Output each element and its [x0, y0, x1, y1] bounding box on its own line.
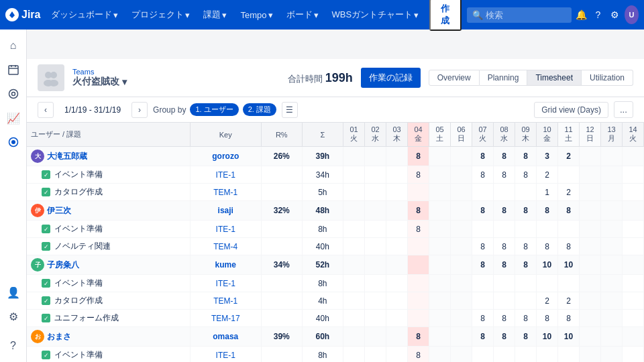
day-cell-4[interactable]	[429, 184, 451, 201]
day-cell-7[interactable]: 8	[494, 255, 515, 275]
day-cell-5[interactable]	[451, 238, 472, 255]
project-name-arrow[interactable]: ▾	[122, 76, 127, 87]
day-cell-3[interactable]	[408, 255, 429, 275]
day-cell-2[interactable]	[386, 275, 408, 292]
key-cell[interactable]: ITE-1	[190, 275, 261, 292]
day-cell-12[interactable]	[601, 201, 623, 221]
day-cell-0[interactable]	[343, 310, 365, 327]
day-cell-11[interactable]	[580, 275, 601, 292]
task-checkbox[interactable]: ✓	[42, 242, 50, 251]
app-logo[interactable]: Jira	[5, 8, 40, 21]
timesheet-table[interactable]: ユーザー / 課題 Key R% Σ 01火 02水 03木 04金 05土 0…	[27, 123, 644, 362]
day-cell-12[interactable]	[601, 275, 623, 292]
day-cell-9[interactable]	[537, 221, 558, 238]
day-cell-8[interactable]: 8	[515, 201, 537, 221]
day-cell-3[interactable]	[408, 184, 429, 201]
day-cell-4[interactable]	[429, 275, 451, 292]
day-cell-1[interactable]	[365, 166, 386, 184]
task-checkbox[interactable]: ✓	[42, 279, 50, 288]
day-cell-7[interactable]	[494, 347, 515, 363]
day-cell-7[interactable]: 8	[494, 147, 515, 166]
tab-utilization[interactable]: Utilization	[582, 70, 633, 86]
grid-view-button[interactable]: Grid view (Days)	[534, 102, 608, 118]
sidebar-network-icon[interactable]	[3, 131, 24, 153]
day-cell-10[interactable]	[558, 275, 580, 292]
day-cell-7[interactable]: 8	[494, 201, 515, 221]
sidebar-people-icon[interactable]: 👤	[3, 282, 24, 303]
day-cell-9[interactable]: 10	[537, 255, 558, 275]
sidebar-calendar-icon[interactable]	[3, 59, 24, 80]
day-cell-1[interactable]	[365, 147, 386, 166]
day-cell-11[interactable]	[580, 238, 601, 255]
day-cell-4[interactable]	[429, 201, 451, 221]
key-link[interactable]: ITE-1	[216, 279, 235, 288]
day-cell-7[interactable]: 8	[494, 238, 515, 255]
day-cell-13[interactable]	[623, 184, 644, 201]
day-cell-1[interactable]	[365, 221, 386, 238]
breadcrumb[interactable]: Teams	[72, 68, 280, 76]
day-cell-13[interactable]	[623, 255, 644, 275]
day-cell-12[interactable]	[601, 221, 623, 238]
key-cell[interactable]: omasa	[190, 327, 261, 347]
search-bar[interactable]: 🔍	[467, 7, 572, 23]
day-cell-12[interactable]	[601, 327, 623, 347]
day-cell-11[interactable]	[580, 184, 601, 201]
day-cell-7[interactable]: 8	[494, 166, 515, 184]
tab-overview[interactable]: Overview	[429, 70, 480, 86]
day-cell-8[interactable]: 8	[515, 238, 537, 255]
day-cell-4[interactable]	[429, 310, 451, 327]
user-name-text[interactable]: 子房粂八	[47, 259, 79, 271]
create-button[interactable]: 作成	[429, 0, 462, 31]
nav-projects[interactable]: プロジェクト ▾	[126, 6, 195, 23]
key-cell[interactable]: ITE-1	[190, 221, 261, 238]
day-cell-3[interactable]: 8	[408, 327, 429, 347]
day-cell-6[interactable]: 8	[472, 147, 494, 166]
nav-dashboard[interactable]: ダッシュボード ▾	[46, 6, 123, 23]
day-cell-9[interactable]: 10	[537, 327, 558, 347]
task-checkbox[interactable]: ✓	[42, 351, 50, 359]
filter-icon[interactable]: ☰	[282, 102, 298, 118]
user-name-text[interactable]: 大滝五郎蔵	[47, 151, 87, 162]
day-cell-6[interactable]	[472, 347, 494, 363]
task-checkbox[interactable]: ✓	[42, 188, 50, 196]
day-cell-8[interactable]	[515, 221, 537, 238]
key-link[interactable]: TEM-1	[213, 296, 237, 306]
prev-arrow[interactable]: ‹	[38, 102, 54, 118]
day-cell-1[interactable]	[365, 201, 386, 221]
day-cell-9[interactable]	[537, 347, 558, 363]
day-cell-4[interactable]	[429, 327, 451, 347]
sidebar-help-icon[interactable]: ?	[3, 335, 24, 357]
day-cell-5[interactable]	[451, 310, 472, 327]
day-cell-1[interactable]	[365, 310, 386, 327]
day-cell-10[interactable]: 8	[558, 201, 580, 221]
day-cell-4[interactable]	[429, 147, 451, 166]
search-input[interactable]	[486, 10, 566, 20]
day-cell-3[interactable]	[408, 292, 429, 310]
day-cell-7[interactable]	[494, 221, 515, 238]
day-cell-0[interactable]	[343, 255, 365, 275]
day-cell-3[interactable]: 8	[408, 166, 429, 184]
user-name-text[interactable]: 伊三次	[47, 205, 71, 217]
day-cell-10[interactable]	[558, 166, 580, 184]
day-cell-3[interactable]	[408, 310, 429, 327]
day-cell-0[interactable]	[343, 147, 365, 166]
key-link[interactable]: TEM-17	[211, 314, 240, 323]
key-cell[interactable]: kume	[190, 255, 261, 275]
day-cell-8[interactable]: 8	[515, 255, 537, 275]
day-cell-8[interactable]	[515, 275, 537, 292]
log-work-button[interactable]: 作業の記録	[361, 68, 421, 88]
day-cell-13[interactable]	[623, 147, 644, 166]
day-cell-10[interactable]	[558, 347, 580, 363]
day-cell-12[interactable]	[601, 238, 623, 255]
day-cell-5[interactable]	[451, 184, 472, 201]
nav-board[interactable]: ボード ▾	[281, 6, 324, 23]
key-cell[interactable]: ITE-1	[190, 347, 261, 363]
day-cell-9[interactable]: 2	[537, 166, 558, 184]
day-cell-11[interactable]	[580, 166, 601, 184]
day-cell-10[interactable]: 8	[558, 310, 580, 327]
day-cell-1[interactable]	[365, 184, 386, 201]
key-cell[interactable]: ITE-1	[190, 166, 261, 184]
key-link[interactable]: TEM-1	[213, 188, 237, 197]
day-cell-2[interactable]	[386, 238, 408, 255]
day-cell-2[interactable]	[386, 347, 408, 363]
